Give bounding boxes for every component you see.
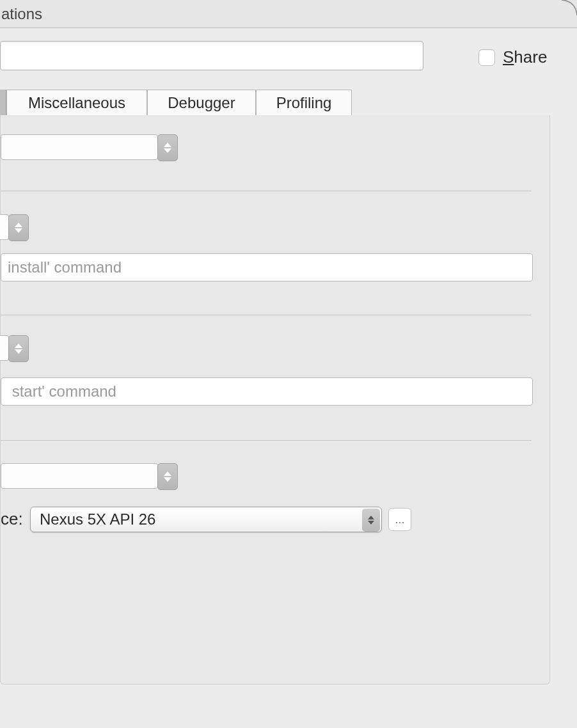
browse-device-button[interactable]: ...	[388, 508, 411, 531]
title-bar: ations	[0, 0, 577, 28]
device-combo[interactable]: Nexus 5X API 26	[30, 507, 382, 532]
target-combo[interactable]	[1, 463, 158, 489]
deploy-combo-partial[interactable]	[0, 214, 9, 240]
launch-combo-partial[interactable]	[0, 335, 9, 361]
launch-flags-input[interactable]	[1, 377, 533, 406]
install-flags-input[interactable]	[1, 253, 533, 281]
device-selected-value: Nexus 5X API 26	[40, 510, 155, 528]
chevron-updown-icon[interactable]	[157, 134, 178, 161]
divider	[1, 191, 532, 191]
device-label-fragment: ce:	[1, 509, 23, 529]
share-label: Share	[503, 47, 547, 67]
chevron-updown-icon[interactable]	[8, 335, 29, 362]
configuration-name-input[interactable]	[0, 41, 423, 70]
chevron-updown-icon[interactable]	[362, 509, 380, 532]
tab-bar: Miscellaneous Debugger Profiling	[0, 90, 550, 115]
divider	[1, 315, 532, 315]
window-title-fragment: ations	[0, 5, 42, 23]
main-panel: ce: Nexus 5X API 26 ...	[0, 115, 550, 684]
tab-selected-edge[interactable]	[0, 90, 6, 115]
share-checkbox[interactable]	[478, 49, 495, 66]
module-combo[interactable]	[1, 134, 158, 160]
chevron-updown-icon[interactable]	[8, 214, 29, 241]
tab-profiling[interactable]: Profiling	[256, 90, 352, 115]
close-window-icon[interactable]	[562, 0, 577, 15]
share-option[interactable]: Share	[478, 47, 547, 67]
divider	[1, 440, 532, 441]
tab-debugger[interactable]: Debugger	[147, 90, 256, 115]
tab-miscellaneous[interactable]: Miscellaneous	[6, 90, 147, 115]
chevron-updown-icon[interactable]	[157, 463, 178, 490]
